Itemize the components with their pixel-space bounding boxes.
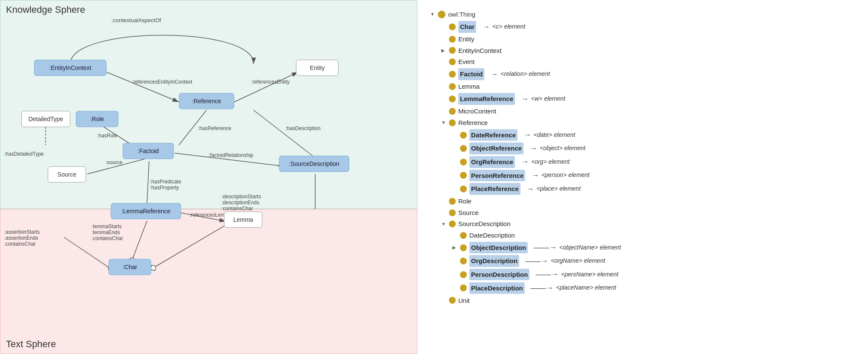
list-item: Lemma (430, 81, 859, 92)
date-description-dot (460, 232, 467, 239)
arrow-object-desc: ——→ (534, 241, 557, 254)
event-dot (449, 58, 456, 65)
list-item: Factoid → <relation> element (430, 68, 859, 81)
list-item: Source (430, 207, 859, 218)
tree-panel: ▼ owl:Thing Char → <c> element Entity ▶ … (417, 0, 868, 354)
reference-label: Reference (458, 117, 488, 128)
place-desc-element: <placeName> element (556, 283, 616, 293)
person-description-dot (460, 271, 467, 278)
char-mapping: → <c> element (480, 20, 525, 34)
lemma-reference-mapping: → <w> element (518, 93, 565, 106)
arrow-org-ref: → (521, 155, 529, 168)
list-item: PersonReference → <person> element (430, 169, 859, 182)
lemma-reference-label: LemmaReference (458, 93, 515, 105)
object-ref-element: <object> element (540, 143, 585, 154)
text-sphere-label: Text Sphere (6, 339, 56, 350)
node-detailed-type: DetailedType (21, 111, 70, 127)
arrow-person-ref: → (531, 169, 539, 182)
place-description-dot (460, 284, 467, 291)
entity-in-context-dot (449, 47, 456, 54)
date-reference-label: DateReference (469, 129, 517, 141)
node-lemma: Lemma (224, 212, 262, 228)
date-ref-element: <date> element (534, 130, 575, 140)
expand-icon[interactable]: ▼ (430, 10, 436, 18)
list-item: Char → <c> element (430, 20, 859, 34)
source-dot (449, 209, 456, 216)
list-item: Entity (430, 34, 859, 45)
tree-root: ▼ owl:Thing (430, 9, 859, 20)
entity-in-context-label: EntityInContext (458, 45, 502, 56)
expand-source-description[interactable]: ▼ (441, 220, 447, 228)
list-item: ▼ SourceDescription (430, 218, 859, 229)
lemma-label: Lemma (458, 81, 480, 92)
arrow-date-ref: → (523, 128, 531, 142)
expand-reference[interactable]: ▼ (441, 119, 447, 127)
unit-label: Unit (458, 295, 470, 306)
list-item: Unit (430, 295, 859, 306)
place-description-mapping: ——→ <placeName> element (528, 281, 616, 295)
list-item: Event (430, 56, 859, 67)
arrow-place-ref: → (526, 183, 534, 196)
tree-container: ▼ owl:Thing Char → <c> element Entity ▶ … (430, 9, 859, 306)
org-reference-dot (460, 159, 467, 165)
list-item: DateReference → <date> element (430, 128, 859, 142)
node-source-description: :SourceDescription (279, 156, 349, 172)
node-entity-in-context: :EntityInContext (34, 60, 106, 76)
org-reference-label: OrgReference (469, 156, 515, 168)
arrow-factoid: → (490, 68, 498, 81)
place-ref-element: <place> element (537, 184, 581, 194)
place-reference-label: PlaceReference (469, 183, 520, 195)
date-description-label: DateDescription (469, 230, 515, 241)
place-description-label: PlaceDescription (469, 282, 525, 294)
list-item: PlaceDescription ——→ <placeName> element (430, 281, 859, 295)
owl-thing-dot (438, 11, 445, 18)
node-reference: :Reference (179, 93, 234, 109)
org-ref-element: <org> element (531, 157, 569, 167)
list-item: LemmaReference → <w> element (430, 93, 859, 106)
place-reference-mapping: → <place> element (524, 183, 581, 196)
org-description-mapping: ——→ <orgName> element (523, 255, 605, 268)
lemma-ref-element: <w> element (531, 94, 565, 104)
source-description-dot (449, 221, 456, 227)
entity-dot (449, 36, 456, 43)
person-description-mapping: ——→ <persName> element (533, 268, 618, 281)
node-source: Source (48, 166, 86, 183)
object-reference-dot (460, 145, 467, 152)
node-char: :Char (109, 259, 151, 275)
source-description-label: SourceDescription (458, 218, 511, 229)
node-lemma-reference: :LemmaReference (111, 203, 181, 219)
list-item: MicroContent (430, 106, 859, 117)
expand-entity-in-context[interactable]: ▶ (441, 46, 447, 55)
factoid-element: <relation> element (500, 69, 550, 79)
factoid-dot (449, 71, 456, 78)
person-description-label: PersonDescription (469, 269, 529, 281)
object-description-mapping: ——→ <objectName> element (531, 241, 621, 254)
char-element: <c> element (492, 22, 525, 32)
entity-label: Entity (458, 34, 474, 45)
micro-content-label: MicroContent (458, 106, 496, 117)
list-item: OrgReference → <org> element (430, 155, 859, 168)
person-reference-dot (460, 172, 467, 179)
arrow-object-ref: → (529, 142, 537, 155)
knowledge-sphere-label: Knowledge Sphere (6, 4, 85, 15)
node-entity: Entity (296, 60, 339, 76)
expand-object-description[interactable]: ▶ (452, 244, 458, 252)
lemma-dot (449, 83, 456, 90)
list-item: ▼ Reference (430, 117, 859, 128)
role-label: Role (458, 196, 471, 207)
arrow-lemma-ref: → (521, 93, 529, 106)
factoid-label: Factoid (458, 68, 484, 80)
org-description-dot (460, 258, 467, 264)
arrow-person-desc: ——→ (535, 268, 558, 281)
text-sphere-bg (0, 209, 417, 354)
person-desc-element: <persName> element (561, 270, 618, 280)
arrow-org-desc: ——→ (525, 255, 548, 268)
char-label: Char (458, 21, 476, 33)
place-reference-dot (460, 186, 467, 192)
object-description-dot (460, 244, 467, 251)
diagram-panel: Knowledge Sphere Text Sphere :contextual… (0, 0, 417, 354)
owl-thing-label: owl:Thing (448, 9, 475, 20)
node-role: :Role (76, 111, 118, 127)
org-desc-element: <orgName> element (551, 256, 605, 266)
object-reference-label: ObjectReference (469, 142, 523, 154)
